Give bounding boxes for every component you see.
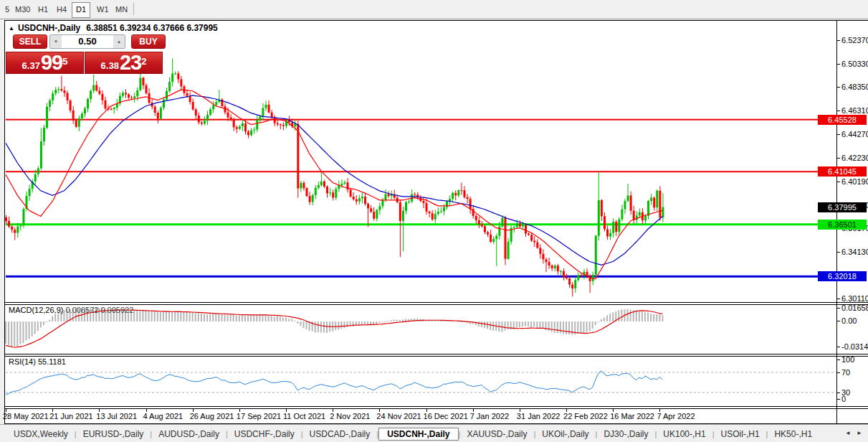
price-tick-label: 6.30110 (841, 295, 868, 303)
macd-tick-label: 0.016586 (841, 304, 868, 312)
scale-tick (837, 359, 840, 360)
scale-tick (837, 252, 840, 253)
sell-button[interactable]: SELL (13, 34, 47, 49)
date-label: 28 May 2021 (3, 412, 49, 420)
price-tick-label: 6.42230 (841, 154, 868, 162)
date-label: 4 Aug 2021 (143, 412, 183, 420)
date-label: 31 Jan 2022 (517, 412, 561, 420)
price-level-badge: 6.37995 (818, 202, 867, 212)
scale-tick (837, 392, 840, 393)
scale-tick (837, 158, 840, 159)
sell-price-head: 6.37 (22, 60, 40, 72)
price-tick-label: 6.52370 (841, 37, 868, 44)
price-tick-label: 6.46310 (841, 107, 868, 115)
price-tick-label: 6.34130 (841, 248, 868, 256)
scale-tick (837, 134, 840, 135)
symbol-tab-eurusd-daily[interactable]: EURUSD-,Daily (77, 428, 151, 441)
spin-up-icon: ▲ (117, 39, 121, 44)
timeframe-button-d1[interactable]: D1 (72, 2, 90, 18)
volume-input[interactable]: 0.50 (62, 35, 113, 48)
symbol-tab-usoil-h1[interactable]: USOil-,H1 (715, 428, 766, 441)
rsi-indicator-canvas[interactable] (5, 357, 836, 405)
macd-value-signal: 0.005922 (100, 306, 133, 314)
date-label: 7 Jan 2022 (470, 412, 509, 420)
symbol-tab-dj30-daily[interactable]: DJ30-,Daily (597, 428, 654, 441)
buy-price-big: 23 (120, 54, 141, 72)
date-label: 26 Aug 2021 (190, 412, 234, 420)
date-label: 2 Nov 2021 (330, 412, 370, 420)
date-label: 22 Feb 2022 (563, 412, 608, 420)
timeframe-button-w1[interactable]: W1 (93, 2, 113, 17)
date-label: 16 Dec 2021 (424, 412, 468, 420)
timeframe-button-h1[interactable]: H1 (34, 2, 52, 17)
tabs-scroll-right-arrow[interactable]: ► (857, 430, 862, 436)
date-label: 13 Jul 2021 (96, 412, 137, 420)
symbol-tab-audusd-daily[interactable]: AUDUSD-,Daily (152, 428, 226, 441)
scale-tick (837, 298, 840, 299)
date-label: 24 Nov 2021 (376, 412, 421, 420)
buy-price-head: 6.38 (101, 60, 119, 72)
sell-price-sup: 5 (62, 52, 67, 71)
spin-down-icon: ▼ (54, 39, 58, 44)
symbol-tab-usdcad-daily[interactable]: USDCAD-,Daily (303, 428, 377, 441)
buy-price-display[interactable]: 6.38 23 2 (85, 52, 163, 74)
scale-tick (837, 87, 840, 88)
scale-tick (837, 182, 840, 182)
rsi-label: RSI(14) 55.1181 (9, 357, 66, 366)
scale-tick (837, 399, 840, 400)
symbol-tab-ukoil-daily[interactable]: UKOil-,Daily (535, 428, 595, 441)
price-tick-label: 6.50330 (841, 60, 868, 68)
price-tick-label: 6.40190 (841, 178, 868, 186)
price-level-badge: 6.41045 (818, 166, 867, 177)
pane-separator (5, 406, 868, 407)
pane-separator[interactable] (5, 354, 868, 354)
sell-price-big: 99 (41, 54, 62, 72)
timeframe-button-mn[interactable]: MN (112, 2, 131, 17)
price-level-badge: 6.36501 (818, 220, 867, 230)
pane-separator (5, 408, 868, 409)
price-tick-label: 6.48350 (841, 83, 868, 91)
buy-button[interactable]: BUY (131, 34, 166, 49)
tabs-scroll-left-arrow[interactable]: ◄ (845, 430, 851, 436)
price-tick-label: 6.44270 (841, 131, 868, 138)
symbol-tab-uk100-h1[interactable]: UK100-,H1 (657, 428, 712, 441)
pane-separator[interactable] (5, 302, 868, 303)
chart-ohlc-values: 6.38851 6.39234 6.37666 6.37995 (86, 23, 218, 33)
scale-tick (837, 40, 840, 41)
volume-decrease-button[interactable]: ▼ (50, 35, 62, 48)
date-label: 21 Jun 2021 (49, 412, 93, 420)
volume-stepper: ▼ 0.50 ▲ (49, 34, 125, 49)
macd-tick-label: -0.031421 (841, 343, 868, 351)
date-label: 7 Apr 2022 (657, 412, 695, 420)
symbol-tab-usdcnh-daily[interactable]: USDCNH-,Daily (378, 428, 458, 441)
symbol-tab-usdx-weekly[interactable]: USDX,Weekly (7, 428, 75, 441)
timeframe-toolbar: 5M30H1H4D1W1MN (0, 0, 868, 19)
date-label: 16 Mar 2022 (610, 412, 654, 420)
date-label: 17 Sep 2021 (237, 412, 281, 420)
scale-tick (837, 372, 840, 373)
volume-increase-button[interactable]: ▲ (113, 35, 125, 48)
timeframe-button-h4[interactable]: H4 (53, 2, 70, 17)
chart-title: ▲USDCNH-,Daily6.38851 6.39234 6.37666 6.… (9, 23, 218, 33)
sell-price-display[interactable]: 6.37 99 5 (6, 52, 84, 74)
symbol-tab-xauusd-daily[interactable]: XAUUSD-,Daily (460, 428, 533, 441)
date-label: 11 Oct 2021 (283, 412, 325, 420)
scale-tick (837, 347, 840, 347)
trading-terminal-window: 5M30H1H4D1W1MN ▲USDCNH-,Daily6.38851 6.3… (0, 0, 868, 442)
scale-tick (837, 64, 840, 65)
buy-price-sup: 2 (141, 52, 146, 71)
scale-tick (837, 110, 840, 111)
symbol-tab-usdchf-daily[interactable]: USDCHF-,Daily (228, 428, 301, 441)
collapse-arrow-icon[interactable]: ▲ (9, 25, 14, 32)
rsi-value: 55.1181 (38, 357, 66, 366)
scale-tick (837, 321, 840, 321)
macd-label: MACD(12,26,9) 0.006572 0.005922 (9, 306, 133, 314)
timeframe-button-m30[interactable]: M30 (11, 2, 34, 17)
toolbar-separator (133, 3, 134, 15)
chart-symbol-period: USDCNH-,Daily (18, 23, 80, 33)
symbol-tab-hk50-h1[interactable]: HK50-,H1 (768, 428, 819, 441)
rsi-tick-label: 100 (841, 356, 854, 364)
price-level-badge: 6.45528 (818, 115, 867, 125)
rsi-tick-label: 0 (841, 395, 846, 403)
rsi-tick-label: 70 (841, 369, 850, 377)
